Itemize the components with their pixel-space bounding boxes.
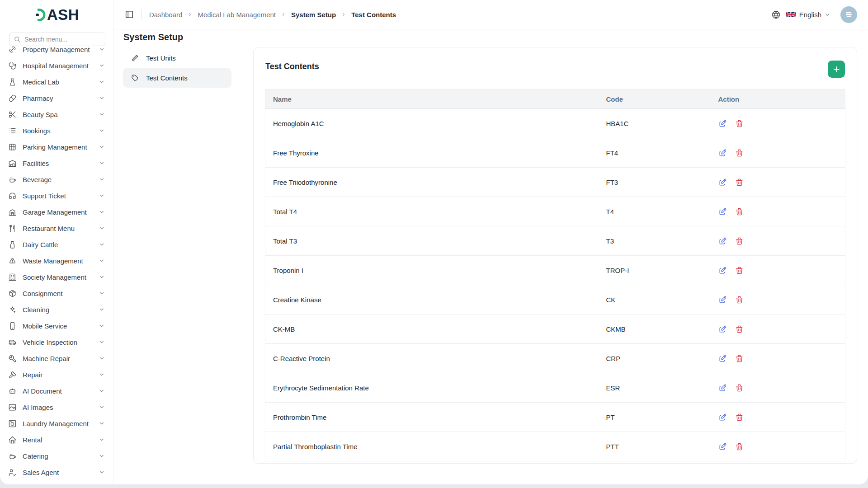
- edit-icon: [718, 178, 727, 187]
- sidebar-toggle-icon[interactable]: [124, 9, 134, 19]
- sidebar-item-waste-management[interactable]: Waste Management: [6, 253, 107, 269]
- cell-code: T4: [599, 197, 711, 226]
- edit-button[interactable]: [718, 119, 727, 128]
- edit-button[interactable]: [718, 149, 727, 157]
- sidebar-item-medical-lab[interactable]: Medical Lab: [6, 74, 107, 90]
- submenu-item-test-contents[interactable]: Test Contents: [123, 68, 231, 88]
- breadcrumb-item-medical-lab-management[interactable]: Medical Lab Management: [198, 11, 276, 19]
- scissors-icon: [8, 110, 17, 119]
- brand-text: ASH: [47, 7, 79, 22]
- edit-button[interactable]: [718, 266, 727, 275]
- delete-button[interactable]: [735, 149, 744, 157]
- sidebar-item-ai-images[interactable]: AI Images: [6, 399, 107, 415]
- delete-button[interactable]: [735, 119, 744, 128]
- edit-button[interactable]: [718, 207, 727, 216]
- trash-icon: [735, 354, 744, 363]
- edit-button[interactable]: [718, 296, 727, 304]
- cell-name: Creatine Kinase: [265, 285, 599, 314]
- breadcrumb-item-dashboard[interactable]: Dashboard: [149, 11, 182, 19]
- topbar-right: English: [771, 6, 857, 23]
- cell-name: Partial Thromboplastin Time: [265, 432, 599, 461]
- stethoscope-icon: [8, 61, 17, 70]
- sidebar-item-bookings[interactable]: Bookings: [6, 122, 107, 139]
- edit-button[interactable]: [718, 413, 727, 422]
- chevron-down-icon: [99, 290, 105, 296]
- search-input[interactable]: [24, 36, 100, 43]
- sidebar-item-consignment[interactable]: Consignment: [6, 285, 107, 301]
- table-row: C-Reactive Protein CRP: [265, 344, 845, 373]
- sidebar-item-mobile-service[interactable]: Mobile Service: [6, 318, 107, 334]
- sidebar-item-beverage[interactable]: Beverage: [6, 171, 107, 188]
- chevron-down-icon: [99, 144, 105, 150]
- sidebar-item-society-management[interactable]: Society Management: [6, 269, 107, 285]
- chevron-down-icon: [99, 420, 105, 427]
- sidebar-item-beauty-spa[interactable]: Beauty Spa: [6, 106, 107, 122]
- sidebar-item-facilities[interactable]: Facilities: [6, 155, 107, 171]
- grid-icon: [8, 143, 17, 151]
- sparkle-icon: [8, 305, 17, 314]
- delete-button[interactable]: [735, 442, 744, 451]
- chevron-down-icon: [825, 12, 830, 18]
- cell-code: ESR: [599, 373, 711, 403]
- chevron-down-icon: [99, 127, 105, 134]
- cell-name: Total T3: [265, 226, 599, 256]
- delete-button[interactable]: [735, 413, 744, 422]
- edit-button[interactable]: [718, 384, 727, 392]
- sidebar-item-parking-management[interactable]: Parking Management: [6, 139, 107, 155]
- sidebar-item-cleaning[interactable]: Cleaning: [6, 301, 107, 318]
- edit-button[interactable]: [718, 354, 727, 363]
- edit-button[interactable]: [718, 442, 727, 451]
- sidebar-item-repair[interactable]: Repair: [6, 366, 107, 383]
- delete-button[interactable]: [735, 354, 744, 363]
- sidebar-item-rental[interactable]: Rental: [6, 432, 107, 448]
- cell-name: C-Reactive Protein: [265, 344, 599, 373]
- breadcrumb-item-system-setup[interactable]: System Setup: [291, 11, 336, 19]
- delete-button[interactable]: [735, 296, 744, 304]
- edit-button[interactable]: [718, 178, 727, 187]
- delete-button[interactable]: [735, 207, 744, 216]
- sidebar-item-support-ticket[interactable]: Support Ticket: [6, 188, 107, 204]
- language-selector[interactable]: English: [786, 11, 830, 19]
- cell-code: T3: [599, 226, 711, 256]
- edit-button[interactable]: [718, 325, 727, 333]
- cell-name: Hemoglobin A1C: [265, 109, 599, 138]
- delete-button[interactable]: [735, 266, 744, 275]
- edit-icon: [718, 266, 727, 275]
- sidebar-item-sales-agent[interactable]: Sales Agent: [6, 464, 107, 480]
- edit-button[interactable]: [718, 237, 727, 245]
- photo-icon: [8, 403, 17, 412]
- edit-icon: [718, 413, 727, 422]
- sidebar-item-ai-document[interactable]: AI Document: [6, 383, 107, 399]
- delete-button[interactable]: [735, 325, 744, 333]
- sidebar-item-machine-repair[interactable]: Machine Repair: [6, 350, 107, 366]
- chevron-down-icon: [99, 95, 105, 101]
- sidebar-item-vehicle-inspection[interactable]: Vehicle Inspection: [6, 334, 107, 350]
- delete-button[interactable]: [735, 178, 744, 187]
- sidebar-item-dairy-cattle[interactable]: Dairy Cattle: [6, 236, 107, 253]
- add-test-content-button[interactable]: [828, 61, 845, 78]
- trash-icon: [735, 442, 744, 451]
- car-icon: [8, 338, 17, 347]
- sidebar-search[interactable]: [9, 33, 105, 46]
- brand-d-icon: [34, 8, 46, 22]
- sidebar-item-pharmacy[interactable]: Pharmacy: [6, 90, 107, 106]
- avatar[interactable]: [840, 6, 857, 23]
- card-header: Test Contents: [254, 47, 857, 89]
- table-row: Partial Thromboplastin Time PTT: [265, 432, 845, 461]
- delete-button[interactable]: [735, 237, 744, 245]
- sidebar-item-property-management[interactable]: Property Management: [6, 47, 107, 57]
- recycle-icon: [8, 257, 17, 265]
- sidebar-item-catering[interactable]: Catering: [6, 448, 107, 464]
- trash-icon: [735, 325, 744, 333]
- sidebar-item-laundry-management[interactable]: Laundry Management: [6, 415, 107, 432]
- submenu-item-test-units[interactable]: Test Units: [123, 48, 231, 68]
- globe-icon[interactable]: [771, 10, 781, 19]
- delete-button[interactable]: [735, 384, 744, 392]
- chevron-right-icon: [341, 12, 346, 17]
- pill-icon: [8, 94, 17, 103]
- chevron-down-icon: [99, 47, 105, 52]
- sidebar-item-restaurant-menu[interactable]: Restaurant Menu: [6, 220, 107, 236]
- sidebar-item-hospital-management[interactable]: Hospital Management: [6, 57, 107, 74]
- chevron-down-icon: [99, 355, 105, 361]
- sidebar-item-garage-management[interactable]: Garage Management: [6, 204, 107, 220]
